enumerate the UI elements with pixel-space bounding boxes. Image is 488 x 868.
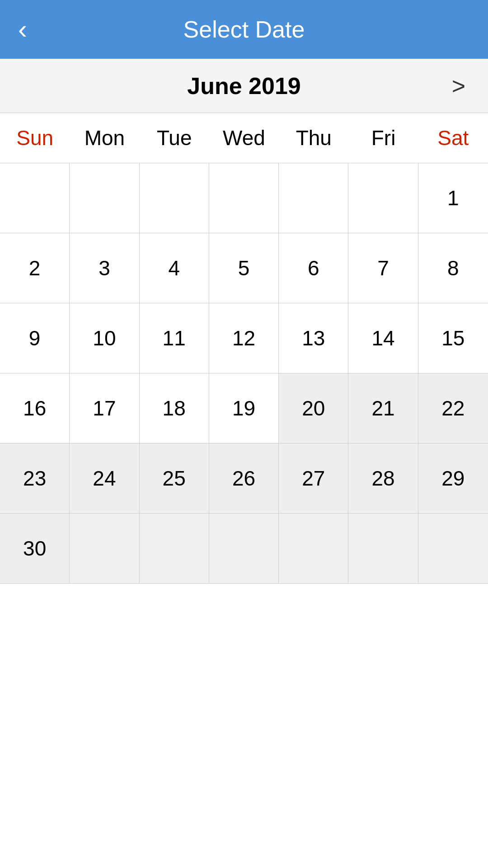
calendar: Sun Mon Tue Wed Thu Fri Sat 1 2 3 4 5 6 …	[0, 113, 488, 584]
table-row[interactable]	[70, 163, 139, 233]
table-row[interactable]: 6	[279, 233, 348, 303]
table-row[interactable]: 8	[418, 233, 488, 303]
day-header-thu: Thu	[279, 113, 348, 163]
table-row[interactable]: 26	[209, 443, 279, 514]
table-row[interactable]: 7	[348, 233, 418, 303]
table-row[interactable]: 4	[140, 233, 209, 303]
table-row[interactable]	[279, 163, 348, 233]
day-header-sun: Sun	[0, 113, 70, 163]
calendar-grid: 1 2 3 4 5 6 7 8 9 10 11 12 13 14 15 16 1…	[0, 163, 488, 584]
table-row[interactable]: 10	[70, 303, 139, 373]
table-row[interactable]: 21	[348, 373, 418, 443]
day-header-wed: Wed	[209, 113, 279, 163]
table-row[interactable]: 14	[348, 303, 418, 373]
table-row[interactable]: 30	[0, 514, 70, 584]
table-row[interactable]	[140, 163, 209, 233]
table-row[interactable]	[70, 514, 139, 584]
table-row[interactable]: 5	[209, 233, 279, 303]
month-title: June 2019	[187, 72, 301, 99]
day-header-tue: Tue	[140, 113, 209, 163]
table-row[interactable]: 1	[418, 163, 488, 233]
day-headers: Sun Mon Tue Wed Thu Fri Sat	[0, 113, 488, 163]
table-row[interactable]: 12	[209, 303, 279, 373]
table-row[interactable]	[348, 514, 418, 584]
table-row[interactable]	[209, 514, 279, 584]
table-row[interactable]	[348, 163, 418, 233]
table-row[interactable]: 9	[0, 303, 70, 373]
table-row[interactable]	[209, 163, 279, 233]
table-row[interactable]: 16	[0, 373, 70, 443]
table-row[interactable]: 20	[279, 373, 348, 443]
table-row[interactable]: 3	[70, 233, 139, 303]
day-header-mon: Mon	[70, 113, 139, 163]
table-row[interactable]: 17	[70, 373, 139, 443]
table-row[interactable]	[418, 514, 488, 584]
table-row[interactable]: 15	[418, 303, 488, 373]
table-row[interactable]: 28	[348, 443, 418, 514]
day-header-sat: Sat	[418, 113, 488, 163]
month-navigation: June 2019 >	[0, 59, 488, 113]
header: ‹ Select Date	[0, 0, 488, 59]
table-row[interactable]	[0, 163, 70, 233]
table-row[interactable]: 2	[0, 233, 70, 303]
next-month-button[interactable]: >	[452, 72, 465, 99]
table-row[interactable]	[140, 514, 209, 584]
day-header-fri: Fri	[348, 113, 418, 163]
table-row[interactable]: 18	[140, 373, 209, 443]
table-row[interactable]: 13	[279, 303, 348, 373]
table-row[interactable]: 24	[70, 443, 139, 514]
table-row[interactable]: 29	[418, 443, 488, 514]
table-row[interactable]: 11	[140, 303, 209, 373]
table-row[interactable]: 23	[0, 443, 70, 514]
table-row[interactable]: 19	[209, 373, 279, 443]
header-title: Select Date	[183, 16, 305, 43]
table-row[interactable]: 27	[279, 443, 348, 514]
table-row[interactable]: 25	[140, 443, 209, 514]
table-row[interactable]	[279, 514, 348, 584]
table-row[interactable]: 22	[418, 373, 488, 443]
back-button[interactable]: ‹	[18, 16, 27, 43]
